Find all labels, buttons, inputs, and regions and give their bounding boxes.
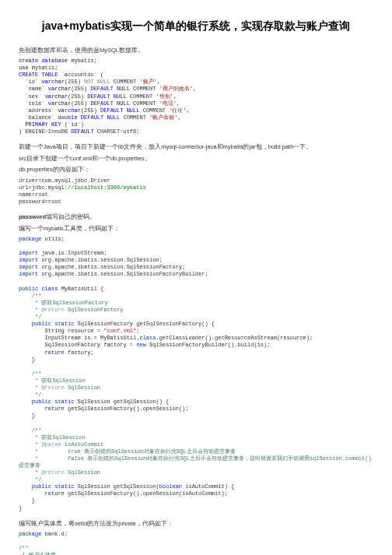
java-kw: import: [19, 250, 38, 256]
javadoc: * 获取SqlSessionFactory: [19, 300, 108, 306]
sql-kw: DEFAULT NULL: [87, 86, 130, 92]
java-text: SqlSessionFactory getSqlSessionFactory()…: [74, 321, 215, 327]
sql-kw: DEFAULT NULL: [84, 93, 127, 100]
java-kw: return: [19, 350, 65, 356]
java-text: utils;: [41, 236, 64, 242]
sql-text: ,: [177, 100, 180, 107]
prop-line: url=jdbc:mysql:: [19, 184, 68, 191]
sql-text: (`id`): [61, 121, 84, 128]
java-text: }: [19, 357, 35, 363]
sql-kw: use: [19, 65, 29, 71]
javadoc: SqlSessionFactory: [65, 307, 124, 313]
java-kw: return: [19, 406, 65, 412]
javadoc: /**: [19, 545, 29, 551]
java-text: }: [19, 497, 35, 504]
sql-text: (255): [71, 100, 87, 107]
sql-text: ,: [187, 107, 190, 114]
java-text: .getClassLoader().getResourceAsStream(re…: [156, 335, 313, 341]
java-text: java.io.InputStream;: [38, 250, 107, 256]
java-text: org.apache.ibatis.session.SqlSessionFact…: [38, 264, 185, 270]
javadoc: * 获取SqlSession: [19, 434, 85, 441]
java-text: getSqlSessionFactory().openSession(isAut…: [65, 490, 228, 497]
javadoc: * true 表示创建的SqlSession对象在执行完SQL之后会自动提交事务: [19, 448, 236, 455]
javadoc: /**: [19, 371, 41, 377]
javadoc: * false 表示创建的SqlSession对象在执行完SQL之后不会自动提交…: [19, 455, 372, 469]
java-kw: import: [19, 271, 38, 277]
sql-text: (255): [68, 93, 84, 100]
java-kw: public static: [19, 399, 74, 405]
java-text: String resource =: [19, 328, 103, 334]
java-text: SqlSession getSqlSession() {: [74, 399, 169, 405]
java-text: SqlSessionFactory factory =: [19, 342, 136, 348]
sql-text: COMMENT: [130, 100, 159, 107]
sql-kw: NOT NULL: [81, 79, 110, 85]
java-text: getSqlSessionFactory().openSession();: [65, 406, 189, 412]
java-text: }: [19, 413, 35, 419]
javadoc: SqlSession: [65, 469, 100, 476]
javadoc: isAutoCommit: [61, 441, 104, 448]
sql-text: InnoDB: [48, 128, 71, 135]
sql-kw: varchar: [45, 93, 68, 100]
bold-text: password: [19, 213, 46, 220]
sql-text: `accountdo` (: [58, 72, 103, 78]
javadoc: *: [19, 385, 41, 391]
sql-text: ) ENGINE: [19, 128, 45, 135]
sql-text: ,: [177, 114, 180, 121]
javadoc: * 获取SqlSession: [19, 378, 85, 384]
javadoc: */: [19, 314, 41, 320]
sql-str: '住址': [169, 107, 186, 114]
sql-str: '电话': [159, 100, 177, 107]
java-text: isAutoCommit) {: [182, 483, 234, 490]
java-entity-code-block: package bank.d; /** * 账户实体类 * * @author …: [19, 531, 373, 555]
java-kw: class: [139, 335, 156, 341]
sql-str: '用户的姓名': [159, 86, 193, 92]
sql-str: '性别': [156, 93, 173, 100]
sql-text: `tele`: [19, 100, 48, 107]
sql-text: COMMENT: [110, 79, 140, 85]
sql-str: '账户余额': [149, 114, 177, 121]
sql-kw: PRIMARY KEY: [19, 121, 61, 128]
java-kw: public static: [19, 483, 74, 490]
sql-kw: DEFAULT NULL: [78, 114, 121, 121]
sql-kw: varchar: [41, 79, 64, 85]
java-kw: import: [19, 257, 38, 263]
sql-kw: DEFAULT: [71, 128, 93, 135]
javadoc: /**: [19, 293, 41, 299]
java-kw: return: [19, 490, 65, 497]
sql-kw: DEFAULT NULL: [97, 107, 140, 114]
javadoc-tag: @return: [41, 385, 64, 391]
sql-text: COMMENT: [130, 86, 159, 92]
sql-text: ,: [173, 93, 177, 100]
java-text: MyBatisUtil {: [58, 286, 103, 292]
java-kw: import: [19, 264, 38, 270]
javadoc-tag: @param: [41, 441, 61, 448]
sql-text: ,: [193, 86, 196, 92]
java-text: }: [19, 505, 22, 511]
java-text: SqlSession getSqlSession(: [74, 483, 159, 490]
password-paragraph: password填写自己的密码。: [19, 213, 373, 222]
intro-paragraph: 先创建数据库和表，使用的是MySQL数据库。: [19, 47, 373, 55]
sql-kw: double: [58, 114, 77, 121]
java-text: InputStream is = MyBatisUtil.: [19, 335, 139, 341]
sql-text: `id`: [19, 79, 41, 85]
sql-text: `name`: [19, 86, 48, 92]
sql-text: (255): [71, 86, 87, 92]
sql-text: mybatis;: [29, 65, 58, 71]
java-kw: public static: [19, 321, 74, 327]
java-kw: package: [19, 236, 41, 242]
dbprop-paragraph: db.properties的内容如下：: [19, 166, 373, 174]
java-kw: package: [19, 531, 41, 537]
sql-text: ,: [157, 79, 160, 85]
java-text: org.apache.ibatis.session.SqlSessionFact…: [38, 271, 208, 277]
dbprops-code-block: driver=com.mysql.jdbc.Driver url=jdbc:my…: [19, 177, 373, 205]
sql-kw: create database: [19, 58, 68, 64]
java-text: factory;: [65, 350, 94, 356]
sql-text: `sex`: [19, 93, 45, 100]
java-kw: boolean: [159, 483, 182, 490]
sql-text: (255): [65, 79, 81, 85]
sql-text: COMMENT: [120, 114, 149, 121]
java-text: ;: [136, 328, 139, 334]
java-kw: new: [136, 342, 146, 348]
sql-text: `balance`: [19, 114, 58, 121]
javadoc: */: [19, 392, 41, 398]
